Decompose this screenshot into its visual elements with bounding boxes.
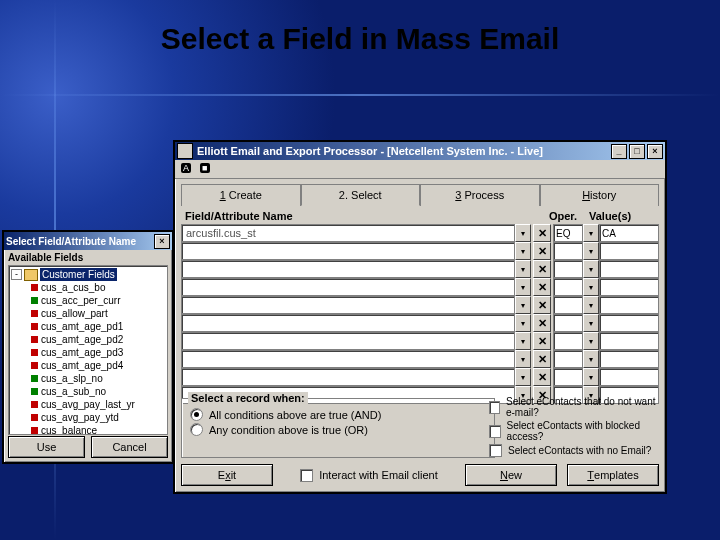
value-input[interactable] [599, 278, 659, 296]
toolbar-icon[interactable]: ■ [200, 163, 209, 173]
tree-item[interactable]: cus_amt_age_pd4 [11, 359, 165, 372]
field-dropdown[interactable] [515, 278, 531, 296]
cancel-button[interactable]: Cancel [91, 436, 168, 458]
close-button[interactable]: × [647, 144, 663, 159]
tree-item[interactable]: cus_avg_pay_ytd [11, 411, 165, 424]
popup-close-button[interactable]: × [154, 234, 170, 249]
value-input[interactable] [599, 332, 659, 350]
operator-input[interactable] [553, 350, 583, 368]
clear-row-button[interactable]: ✕ [533, 242, 551, 260]
tab-create[interactable]: 1 Create [181, 184, 301, 206]
tree-item[interactable]: cus_allow_part [11, 307, 165, 320]
operator-input[interactable] [553, 368, 583, 386]
clear-row-button[interactable]: ✕ [533, 260, 551, 278]
operator-dropdown[interactable] [583, 224, 599, 242]
operator-input[interactable] [553, 278, 583, 296]
radio-and[interactable]: All conditions above are true (AND) [190, 407, 486, 422]
field-input[interactable] [181, 278, 515, 296]
clear-row-button[interactable]: ✕ [533, 368, 551, 386]
popup-title: Select Field/Attribute Name [6, 236, 136, 247]
operator-dropdown[interactable] [583, 278, 599, 296]
field-dropdown[interactable] [515, 368, 531, 386]
check-no-email[interactable]: Select eContacts with no Email? [489, 443, 657, 458]
group-label: Select a record when: [188, 392, 308, 404]
tree-item[interactable]: cus_a_slp_no [11, 372, 165, 385]
field-dropdown[interactable] [515, 242, 531, 260]
tree-item[interactable]: cus_avg_pay_last_yr [11, 398, 165, 411]
tab-process[interactable]: 3 Process [420, 184, 540, 206]
filter-row: ✕ [181, 278, 659, 296]
clear-row-button[interactable]: ✕ [533, 332, 551, 350]
tree-item[interactable]: cus_amt_age_pd1 [11, 320, 165, 333]
tree-root[interactable]: Customer Fields [40, 268, 117, 281]
field-dropdown[interactable] [515, 332, 531, 350]
value-input[interactable] [599, 314, 659, 332]
tree-item[interactable]: cus_acc_per_curr [11, 294, 165, 307]
field-input[interactable] [181, 332, 515, 350]
field-tree[interactable]: -Customer Fields cus_a_cus_bocus_acc_per… [8, 265, 168, 435]
operator-input[interactable]: EQ [553, 224, 583, 242]
field-input[interactable] [181, 314, 515, 332]
field-type-icon [31, 323, 38, 330]
field-dropdown[interactable] [515, 314, 531, 332]
field-input[interactable] [181, 368, 515, 386]
field-input[interactable] [181, 260, 515, 278]
operator-dropdown[interactable] [583, 332, 599, 350]
tree-item[interactable]: cus_amt_age_pd3 [11, 346, 165, 359]
toolbar-icon[interactable]: A [181, 163, 191, 173]
tree-item[interactable]: cus_a_sub_no [11, 385, 165, 398]
use-button[interactable]: Use [8, 436, 85, 458]
field-dropdown[interactable] [515, 260, 531, 278]
field-dropdown[interactable] [515, 350, 531, 368]
filter-row: ✕ [181, 350, 659, 368]
clear-row-button[interactable]: ✕ [533, 314, 551, 332]
field-type-icon [31, 414, 38, 421]
clear-row-button[interactable]: ✕ [533, 224, 551, 242]
tab-select[interactable]: 2. Select [301, 184, 421, 206]
operator-input[interactable] [553, 296, 583, 314]
check-interact-email[interactable]: Interact with Email client [283, 468, 455, 483]
exit-button[interactable]: Exit [181, 464, 273, 486]
field-input[interactable] [181, 242, 515, 260]
tree-item[interactable]: cus_a_cus_bo [11, 281, 165, 294]
value-input[interactable] [599, 350, 659, 368]
operator-dropdown[interactable] [583, 296, 599, 314]
operator-input[interactable] [553, 332, 583, 350]
templates-button[interactable]: Templates [567, 464, 659, 486]
operator-dropdown[interactable] [583, 242, 599, 260]
operator-input[interactable] [553, 260, 583, 278]
field-input[interactable] [181, 296, 515, 314]
value-input[interactable]: CA [599, 224, 659, 242]
field-input[interactable]: arcusfil.cus_st [181, 224, 515, 242]
operator-dropdown[interactable] [583, 350, 599, 368]
clear-row-button[interactable]: ✕ [533, 296, 551, 314]
operator-dropdown[interactable] [583, 368, 599, 386]
value-input[interactable] [599, 296, 659, 314]
check-blocked[interactable]: Select eContacts with blocked access? [489, 419, 657, 443]
operator-input[interactable] [553, 314, 583, 332]
field-input[interactable] [181, 350, 515, 368]
field-dropdown[interactable] [515, 296, 531, 314]
maximize-button[interactable]: □ [629, 144, 645, 159]
tab-history[interactable]: History [540, 184, 660, 206]
tree-item[interactable]: cus_balance [11, 424, 165, 435]
radio-or[interactable]: Any condition above is true (OR) [190, 422, 486, 437]
clear-row-button[interactable]: ✕ [533, 278, 551, 296]
field-type-icon [31, 427, 38, 434]
operator-input[interactable] [553, 242, 583, 260]
value-input[interactable] [599, 260, 659, 278]
operator-dropdown[interactable] [583, 314, 599, 332]
clear-row-button[interactable]: ✕ [533, 350, 551, 368]
check-no-want-email[interactable]: Select eContacts that do not want e-mail… [489, 395, 657, 419]
collapse-icon[interactable]: - [11, 269, 22, 280]
value-input[interactable] [599, 368, 659, 386]
available-fields-label: Available Fields [4, 250, 172, 265]
field-type-icon [31, 336, 38, 343]
value-input[interactable] [599, 242, 659, 260]
field-type-icon [31, 401, 38, 408]
minimize-button[interactable]: _ [611, 144, 627, 159]
operator-dropdown[interactable] [583, 260, 599, 278]
new-button[interactable]: New [465, 464, 557, 486]
field-dropdown[interactable] [515, 224, 531, 242]
tree-item[interactable]: cus_amt_age_pd2 [11, 333, 165, 346]
